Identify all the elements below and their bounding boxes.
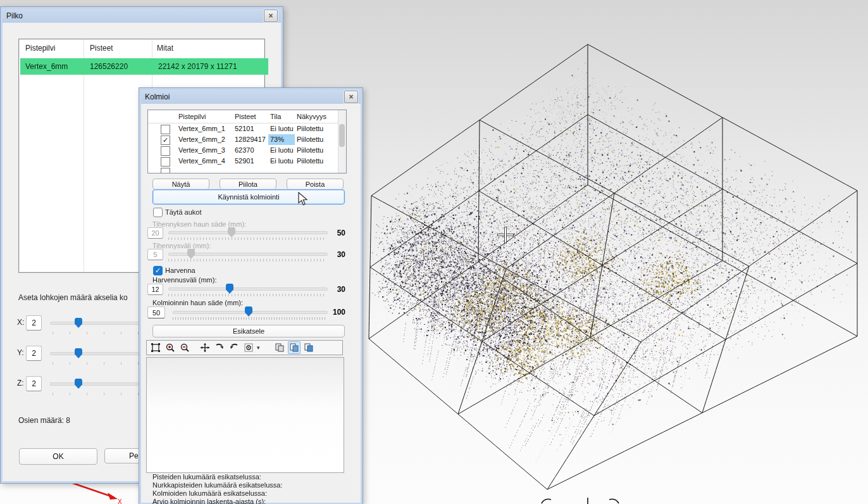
triangulation-radius-max: 100 — [325, 308, 345, 317]
column-header-pistepilvi[interactable]: Pistepilvi — [25, 39, 55, 57]
hide-button[interactable]: Piilota — [220, 179, 276, 189]
paste-view-alt-icon[interactable] — [302, 341, 315, 354]
column-header-pisteet[interactable]: Pisteet — [90, 39, 113, 57]
cell-visibility: Piilotettu — [297, 157, 323, 165]
cell-name: Vertex_6mm_1 — [178, 125, 225, 132]
ok-button[interactable]: OK — [19, 448, 97, 465]
cell-visibility: Piilotettu — [297, 146, 323, 154]
cell-points: 12829417 — [235, 135, 266, 143]
status-time-estimate: Arvio kolmioinnin laskenta-ajasta (s): — [152, 498, 266, 504]
densify-spacing-value[interactable]: 5 — [147, 249, 163, 260]
copy-view-icon[interactable] — [273, 341, 286, 354]
cell-points: 126526220 — [85, 58, 156, 75]
cell-points: 52901 — [235, 157, 254, 165]
table-row[interactable]: Vertex_6mm_4 52901 Ei luotu Piilotettu — [148, 156, 338, 167]
z-slider-thumb[interactable] — [75, 379, 82, 389]
delete-button[interactable]: Poista — [287, 179, 344, 189]
crosshair-cursor-icon — [497, 227, 514, 243]
cell-points: 52101 — [235, 125, 254, 132]
table-scrollbar[interactable] — [338, 110, 346, 173]
cell-status: Ei luotu — [270, 146, 294, 154]
status-points-count: Pisteiden lukumäärä esikatselussa: — [152, 473, 261, 481]
row-checkbox[interactable] — [161, 146, 170, 156]
table-row-partial[interactable] — [148, 167, 338, 173]
kolmioi-pointcloud-table[interactable]: Pistepilvi Pisteet Tila Näkyvyys Vertex_… — [147, 110, 347, 173]
densify-radius-thumb[interactable] — [228, 227, 235, 237]
kolmioi-close-button[interactable]: × — [344, 91, 358, 103]
y-axis-label: Y: — [17, 348, 24, 357]
preview-toolbar: ▾ — [146, 340, 343, 355]
triangulation-radius-label: Kolmioinnin haun säde (mm): — [152, 299, 243, 306]
thinning-spacing-max: 30 — [325, 285, 345, 294]
cell-dims: 22142 x 20179 x 11271 — [153, 58, 268, 75]
view-dropdown-icon[interactable]: ▾ — [257, 344, 263, 351]
column-header-tila[interactable]: Tila — [270, 113, 281, 120]
table-row[interactable]: ✓ Vertex_6mm_2 12829417 73% Piilotettu — [148, 134, 338, 145]
row-checkbox-checked[interactable]: ✓ — [161, 135, 170, 145]
check-icon: ✓ — [163, 137, 168, 144]
densify-radius-label: Tihennyksen haun säde (mm): — [152, 220, 246, 228]
mouse-pointer-icon — [298, 192, 309, 207]
thinning-spacing-thumb[interactable] — [226, 284, 233, 294]
triangulation-preview-area[interactable] — [146, 357, 344, 473]
thin-label: Harvenna — [165, 267, 195, 274]
cell-status: Ei luotu — [270, 125, 294, 132]
cell-points: 62370 — [235, 146, 254, 154]
status-corner-count: Nurkkapisteiden lukumäärä esikatselussa: — [152, 481, 282, 489]
column-header-nakyvyys[interactable]: Näkyvyys — [297, 113, 326, 120]
cell-name: Vertex_6mm_2 — [178, 135, 225, 143]
row-checkbox[interactable] — [161, 157, 170, 167]
densify-spacing-thumb[interactable] — [187, 249, 195, 259]
rotate-ccw-icon[interactable] — [228, 341, 240, 354]
application-window: { "icons": { "check": "✓", "close": "×",… — [0, 0, 868, 504]
table-row[interactable]: Vertex_6mm_3 62370 Ei luotu Piilotettu — [148, 145, 338, 156]
pilko-close-button[interactable]: × — [264, 9, 278, 22]
thin-checkbox-checked[interactable]: ✓ — [153, 266, 163, 275]
scrollbar-thumb[interactable] — [339, 124, 345, 147]
densify-radius-max: 50 — [325, 229, 345, 237]
pilko-title: Pilko — [3, 11, 23, 20]
pan-icon[interactable] — [199, 341, 211, 354]
densify-radius-value[interactable]: 20 — [147, 227, 163, 239]
status-triangle-count: Kolmioiden lukumäärä esikatselussa: — [152, 489, 267, 497]
thinning-spacing-value[interactable]: 12 — [147, 284, 163, 295]
y-slider-thumb[interactable] — [75, 348, 82, 358]
x-axis-label: X: — [17, 318, 24, 327]
fill-holes-checkbox[interactable] — [153, 208, 163, 217]
table-row[interactable]: Vertex_6mm_1 52101 Ei luotu Piilotettu — [148, 123, 338, 134]
cell-name: Vertex_6mm_3 — [178, 146, 225, 154]
cell-status-progress: 73% — [270, 135, 284, 143]
zoom-in-icon[interactable] — [164, 341, 177, 354]
x-slider-thumb[interactable] — [75, 318, 82, 328]
column-header-pisteet[interactable]: Pisteet — [235, 113, 256, 120]
start-triangulation-button[interactable]: Käynnistä kolmiointi — [152, 189, 345, 205]
check-icon: ✓ — [155, 267, 161, 274]
row-checkbox[interactable] — [161, 168, 170, 173]
cell-name: Vertex_6mm_4 — [178, 157, 225, 165]
triangulation-radius-value[interactable]: 50 — [147, 306, 165, 318]
paste-view-active-icon[interactable] — [288, 341, 301, 354]
show-button[interactable]: Näytä — [152, 179, 209, 189]
pilko-titlebar[interactable]: Pilko — [3, 9, 281, 23]
y-value-field[interactable]: 2 — [26, 346, 42, 361]
center-view-icon[interactable] — [242, 341, 255, 354]
rotate-cw-icon[interactable] — [213, 341, 226, 354]
z-value-field[interactable]: 2 — [26, 376, 42, 391]
close-icon: × — [268, 11, 273, 20]
preview-button[interactable]: Esikatsele — [152, 325, 345, 337]
column-header-mitat[interactable]: Mitat — [157, 39, 173, 57]
column-header-pistepilvi[interactable]: Pistepilvi — [178, 113, 206, 120]
kolmioi-titlebar[interactable]: Kolmioi — [141, 90, 361, 104]
x-value-field[interactable]: 2 — [26, 315, 42, 331]
zoom-out-icon[interactable] — [178, 341, 191, 354]
kolmioi-title: Kolmioi — [141, 92, 170, 101]
triangulation-radius-thumb[interactable] — [245, 306, 252, 317]
kolmioi-dialog: Kolmioi × Pistepilvi Pisteet Tila Näkyvy… — [139, 87, 363, 504]
row-checkbox[interactable] — [161, 125, 170, 134]
zoom-window-icon[interactable] — [149, 341, 162, 354]
thinning-spacing-track[interactable] — [168, 287, 328, 291]
cell-visibility: Piilotettu — [297, 125, 323, 132]
densify-radius-track[interactable] — [168, 231, 328, 234]
cell-name: Vertex_6mm — [20, 58, 87, 75]
axis-section-label: Aseta lohkojen määrä akselia ko — [18, 293, 128, 302]
